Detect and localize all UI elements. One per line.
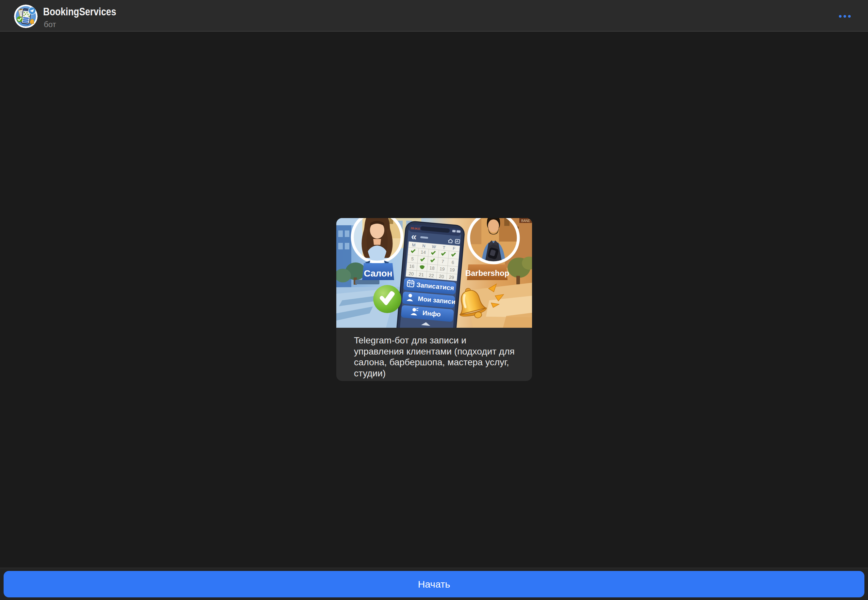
svg-text:20: 20 [409,271,414,276]
svg-text:20: 20 [439,274,444,279]
svg-text:F: F [453,246,456,251]
svg-text:19: 19 [439,266,445,271]
svg-text:19: 19 [449,267,455,273]
svg-text:29: 29 [449,274,454,280]
svg-text:14: 14 [421,249,426,255]
svg-text:22: 22 [429,273,434,278]
svg-text:16: 16 [409,264,415,269]
svg-text:BANE: BANE [521,219,531,223]
svg-text:N: N [422,243,426,248]
svg-text:6: 6 [451,259,454,265]
svg-text:7: 7 [441,259,444,264]
svg-text:M: M [412,242,416,247]
svg-text:«: « [411,231,417,242]
svg-text:18: 18 [429,265,435,271]
svg-text:W: W [432,244,436,249]
svg-text:5: 5 [411,256,414,262]
svg-text:Салон: Салон [364,268,392,279]
svg-text:T: T [442,245,445,250]
svg-text:21: 21 [419,272,424,277]
svg-text:Barbershop: Barbershop [465,269,509,277]
